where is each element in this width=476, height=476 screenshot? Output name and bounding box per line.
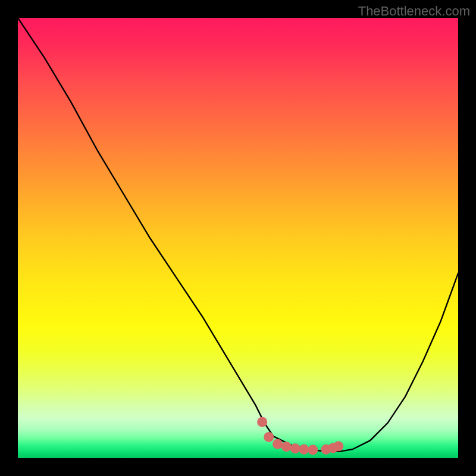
watermark-text: TheBottleneck.com <box>358 4 470 19</box>
matched-zone-dots <box>257 417 343 455</box>
matched-dot <box>308 444 318 455</box>
matched-dot <box>257 417 267 427</box>
matched-dot <box>273 439 283 449</box>
matched-dot <box>264 432 274 442</box>
matched-dot <box>299 444 309 455</box>
curve-svg <box>18 18 458 458</box>
matched-dot <box>281 441 292 452</box>
matched-dot <box>333 441 343 452</box>
matched-dot <box>290 443 300 453</box>
bottleneck-curve <box>18 18 458 452</box>
chart-area <box>18 18 458 458</box>
